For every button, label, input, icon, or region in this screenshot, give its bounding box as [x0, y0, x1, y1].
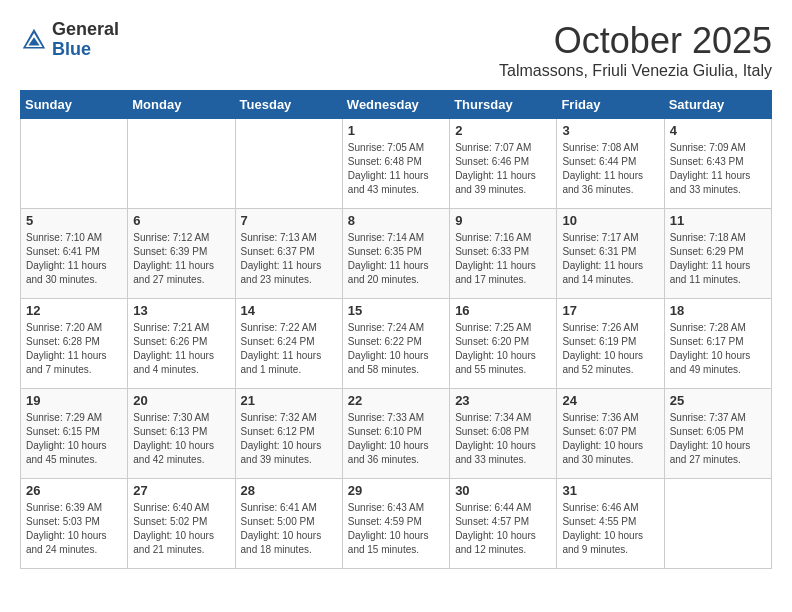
day-info: Sunrise: 7:16 AM Sunset: 6:33 PM Dayligh…: [455, 231, 551, 287]
day-number: 12: [26, 303, 122, 318]
day-number: 15: [348, 303, 444, 318]
calendar-cell: 1Sunrise: 7:05 AM Sunset: 6:48 PM Daylig…: [342, 119, 449, 209]
day-info: Sunrise: 7:18 AM Sunset: 6:29 PM Dayligh…: [670, 231, 766, 287]
day-info: Sunrise: 7:37 AM Sunset: 6:05 PM Dayligh…: [670, 411, 766, 467]
calendar-cell: 30Sunrise: 6:44 AM Sunset: 4:57 PM Dayli…: [450, 479, 557, 569]
calendar-cell: 20Sunrise: 7:30 AM Sunset: 6:13 PM Dayli…: [128, 389, 235, 479]
calendar-cell: 21Sunrise: 7:32 AM Sunset: 6:12 PM Dayli…: [235, 389, 342, 479]
day-number: 27: [133, 483, 229, 498]
calendar-cell: 15Sunrise: 7:24 AM Sunset: 6:22 PM Dayli…: [342, 299, 449, 389]
calendar-title: October 2025: [499, 20, 772, 62]
day-number: 5: [26, 213, 122, 228]
calendar-cell: 18Sunrise: 7:28 AM Sunset: 6:17 PM Dayli…: [664, 299, 771, 389]
calendar-cell: 23Sunrise: 7:34 AM Sunset: 6:08 PM Dayli…: [450, 389, 557, 479]
day-number: 22: [348, 393, 444, 408]
day-number: 10: [562, 213, 658, 228]
title-block: October 2025 Talmassons, Friuli Venezia …: [499, 20, 772, 80]
calendar-cell: 25Sunrise: 7:37 AM Sunset: 6:05 PM Dayli…: [664, 389, 771, 479]
calendar-cell: 29Sunrise: 6:43 AM Sunset: 4:59 PM Dayli…: [342, 479, 449, 569]
weekday-header-wednesday: Wednesday: [342, 91, 449, 119]
day-info: Sunrise: 7:29 AM Sunset: 6:15 PM Dayligh…: [26, 411, 122, 467]
day-number: 19: [26, 393, 122, 408]
day-info: Sunrise: 6:44 AM Sunset: 4:57 PM Dayligh…: [455, 501, 551, 557]
day-number: 1: [348, 123, 444, 138]
calendar-cell: [21, 119, 128, 209]
day-number: 9: [455, 213, 551, 228]
calendar-cell: [128, 119, 235, 209]
calendar-cell: 2Sunrise: 7:07 AM Sunset: 6:46 PM Daylig…: [450, 119, 557, 209]
day-info: Sunrise: 7:08 AM Sunset: 6:44 PM Dayligh…: [562, 141, 658, 197]
calendar-cell: 22Sunrise: 7:33 AM Sunset: 6:10 PM Dayli…: [342, 389, 449, 479]
day-number: 21: [241, 393, 337, 408]
day-number: 8: [348, 213, 444, 228]
day-info: Sunrise: 7:14 AM Sunset: 6:35 PM Dayligh…: [348, 231, 444, 287]
day-number: 7: [241, 213, 337, 228]
day-info: Sunrise: 7:13 AM Sunset: 6:37 PM Dayligh…: [241, 231, 337, 287]
day-info: Sunrise: 7:34 AM Sunset: 6:08 PM Dayligh…: [455, 411, 551, 467]
day-number: 3: [562, 123, 658, 138]
day-info: Sunrise: 7:30 AM Sunset: 6:13 PM Dayligh…: [133, 411, 229, 467]
day-number: 28: [241, 483, 337, 498]
day-info: Sunrise: 7:36 AM Sunset: 6:07 PM Dayligh…: [562, 411, 658, 467]
weekday-header-thursday: Thursday: [450, 91, 557, 119]
day-info: Sunrise: 7:25 AM Sunset: 6:20 PM Dayligh…: [455, 321, 551, 377]
day-info: Sunrise: 7:26 AM Sunset: 6:19 PM Dayligh…: [562, 321, 658, 377]
day-number: 16: [455, 303, 551, 318]
calendar-cell: 28Sunrise: 6:41 AM Sunset: 5:00 PM Dayli…: [235, 479, 342, 569]
calendar-cell: 14Sunrise: 7:22 AM Sunset: 6:24 PM Dayli…: [235, 299, 342, 389]
page-header: General Blue October 2025 Talmassons, Fr…: [20, 20, 772, 80]
logo-icon: [20, 26, 48, 54]
calendar-cell: 11Sunrise: 7:18 AM Sunset: 6:29 PM Dayli…: [664, 209, 771, 299]
day-number: 24: [562, 393, 658, 408]
calendar-cell: 12Sunrise: 7:20 AM Sunset: 6:28 PM Dayli…: [21, 299, 128, 389]
day-number: 23: [455, 393, 551, 408]
calendar-cell: 4Sunrise: 7:09 AM Sunset: 6:43 PM Daylig…: [664, 119, 771, 209]
calendar-cell: 27Sunrise: 6:40 AM Sunset: 5:02 PM Dayli…: [128, 479, 235, 569]
day-info: Sunrise: 7:33 AM Sunset: 6:10 PM Dayligh…: [348, 411, 444, 467]
logo-blue: Blue: [52, 40, 119, 60]
day-number: 6: [133, 213, 229, 228]
day-info: Sunrise: 6:46 AM Sunset: 4:55 PM Dayligh…: [562, 501, 658, 557]
calendar-cell: 10Sunrise: 7:17 AM Sunset: 6:31 PM Dayli…: [557, 209, 664, 299]
day-info: Sunrise: 6:41 AM Sunset: 5:00 PM Dayligh…: [241, 501, 337, 557]
day-info: Sunrise: 7:28 AM Sunset: 6:17 PM Dayligh…: [670, 321, 766, 377]
day-info: Sunrise: 7:21 AM Sunset: 6:26 PM Dayligh…: [133, 321, 229, 377]
day-number: 4: [670, 123, 766, 138]
day-number: 2: [455, 123, 551, 138]
weekday-header-monday: Monday: [128, 91, 235, 119]
day-number: 29: [348, 483, 444, 498]
day-info: Sunrise: 7:32 AM Sunset: 6:12 PM Dayligh…: [241, 411, 337, 467]
day-info: Sunrise: 7:10 AM Sunset: 6:41 PM Dayligh…: [26, 231, 122, 287]
calendar-cell: [235, 119, 342, 209]
day-number: 25: [670, 393, 766, 408]
weekday-header-row: SundayMondayTuesdayWednesdayThursdayFrid…: [21, 91, 772, 119]
day-info: Sunrise: 7:20 AM Sunset: 6:28 PM Dayligh…: [26, 321, 122, 377]
calendar-cell: 5Sunrise: 7:10 AM Sunset: 6:41 PM Daylig…: [21, 209, 128, 299]
day-info: Sunrise: 6:43 AM Sunset: 4:59 PM Dayligh…: [348, 501, 444, 557]
weekday-header-tuesday: Tuesday: [235, 91, 342, 119]
calendar-cell: 6Sunrise: 7:12 AM Sunset: 6:39 PM Daylig…: [128, 209, 235, 299]
day-number: 31: [562, 483, 658, 498]
day-info: Sunrise: 6:40 AM Sunset: 5:02 PM Dayligh…: [133, 501, 229, 557]
calendar-cell: 17Sunrise: 7:26 AM Sunset: 6:19 PM Dayli…: [557, 299, 664, 389]
calendar-week-3: 12Sunrise: 7:20 AM Sunset: 6:28 PM Dayli…: [21, 299, 772, 389]
calendar-cell: 19Sunrise: 7:29 AM Sunset: 6:15 PM Dayli…: [21, 389, 128, 479]
day-info: Sunrise: 7:22 AM Sunset: 6:24 PM Dayligh…: [241, 321, 337, 377]
calendar-cell: 16Sunrise: 7:25 AM Sunset: 6:20 PM Dayli…: [450, 299, 557, 389]
day-info: Sunrise: 7:05 AM Sunset: 6:48 PM Dayligh…: [348, 141, 444, 197]
weekday-header-friday: Friday: [557, 91, 664, 119]
day-number: 17: [562, 303, 658, 318]
calendar-week-4: 19Sunrise: 7:29 AM Sunset: 6:15 PM Dayli…: [21, 389, 772, 479]
calendar-cell: 24Sunrise: 7:36 AM Sunset: 6:07 PM Dayli…: [557, 389, 664, 479]
day-number: 18: [670, 303, 766, 318]
day-info: Sunrise: 6:39 AM Sunset: 5:03 PM Dayligh…: [26, 501, 122, 557]
calendar-subtitle: Talmassons, Friuli Venezia Giulia, Italy: [499, 62, 772, 80]
calendar-cell: 8Sunrise: 7:14 AM Sunset: 6:35 PM Daylig…: [342, 209, 449, 299]
day-number: 13: [133, 303, 229, 318]
logo-general: General: [52, 20, 119, 40]
day-number: 30: [455, 483, 551, 498]
calendar-week-5: 26Sunrise: 6:39 AM Sunset: 5:03 PM Dayli…: [21, 479, 772, 569]
day-number: 26: [26, 483, 122, 498]
day-info: Sunrise: 7:07 AM Sunset: 6:46 PM Dayligh…: [455, 141, 551, 197]
day-info: Sunrise: 7:17 AM Sunset: 6:31 PM Dayligh…: [562, 231, 658, 287]
